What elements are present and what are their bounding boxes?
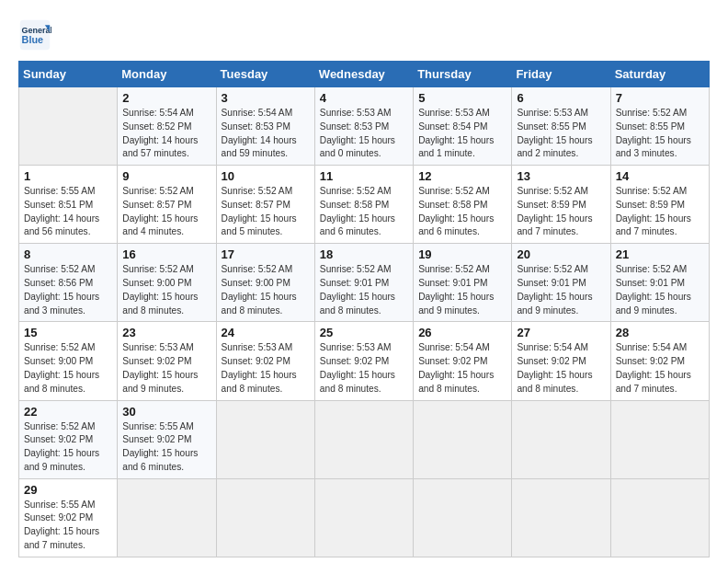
daylight-label: Daylight: 15 hours and 9 minutes. (616, 292, 691, 316)
daylight-label: Daylight: 15 hours and 0 minutes. (320, 135, 395, 159)
sunset-label: Sunset: 8:57 PM (222, 200, 290, 210)
calendar-cell: 11 Sunrise: 5:52 AM Sunset: 8:58 PM Dayl… (314, 166, 413, 244)
day-number: 30 (122, 405, 210, 419)
sunset-label: Sunset: 9:02 PM (517, 356, 586, 366)
day-info: Sunrise: 5:52 AM Sunset: 9:01 PM Dayligh… (517, 263, 605, 317)
sunrise-label: Sunrise: 5:52 AM (517, 264, 588, 274)
header-friday: Friday (512, 62, 610, 87)
header-saturday: Saturday (610, 62, 709, 87)
calendar-cell (512, 400, 610, 478)
day-info: Sunrise: 5:52 AM Sunset: 9:00 PM Dayligh… (222, 263, 310, 317)
day-number: 26 (418, 326, 506, 339)
sunset-label: Sunset: 8:59 PM (616, 200, 685, 210)
sunrise-label: Sunrise: 5:52 AM (222, 264, 293, 274)
daylight-label: Daylight: 15 hours and 9 minutes. (418, 292, 494, 316)
day-number: 2 (122, 91, 210, 105)
daylight-label: Daylight: 14 hours and 59 minutes. (222, 135, 297, 159)
day-number: 13 (517, 169, 605, 183)
day-number: 14 (616, 169, 704, 183)
sunset-label: Sunset: 9:00 PM (222, 278, 290, 288)
calendar-cell: 24 Sunrise: 5:53 AM Sunset: 9:02 PM Dayl… (216, 322, 314, 400)
day-number: 11 (320, 169, 408, 183)
day-number: 19 (418, 247, 506, 261)
day-info: Sunrise: 5:54 AM Sunset: 8:53 PM Dayligh… (222, 107, 310, 161)
day-number: 16 (122, 247, 210, 261)
day-info: Sunrise: 5:52 AM Sunset: 8:58 PM Dayligh… (418, 185, 506, 239)
daylight-label: Daylight: 15 hours and 2 minutes. (517, 135, 592, 159)
calendar-header: Sunday Monday Tuesday Wednesday Thursday… (19, 62, 710, 87)
sunset-label: Sunset: 8:54 PM (418, 121, 487, 132)
daylight-label: Daylight: 15 hours and 1 minute. (418, 135, 494, 159)
day-info: Sunrise: 5:53 AM Sunset: 9:02 PM Dayligh… (122, 341, 210, 396)
day-info: Sunrise: 5:54 AM Sunset: 9:02 PM Dayligh… (517, 341, 605, 396)
sunset-label: Sunset: 8:53 PM (222, 121, 290, 132)
sunrise-label: Sunrise: 5:54 AM (418, 342, 490, 352)
sunrise-label: Sunrise: 5:52 AM (122, 264, 194, 274)
sunset-label: Sunset: 9:02 PM (24, 512, 93, 523)
calendar-cell: 14 Sunrise: 5:52 AM Sunset: 8:59 PM Dayl… (610, 166, 709, 244)
day-number: 8 (24, 247, 112, 261)
day-number: 4 (320, 91, 408, 105)
sunrise-label: Sunrise: 5:52 AM (24, 342, 96, 352)
calendar-cell: 23 Sunrise: 5:53 AM Sunset: 9:02 PM Dayl… (118, 322, 216, 400)
day-info: Sunrise: 5:53 AM Sunset: 9:02 PM Dayligh… (320, 341, 408, 396)
sunset-label: Sunset: 9:02 PM (616, 356, 685, 366)
calendar-cell: 13 Sunrise: 5:52 AM Sunset: 8:59 PM Dayl… (512, 166, 610, 244)
calendar-cell: 15 Sunrise: 5:52 AM Sunset: 9:00 PM Dayl… (19, 322, 118, 400)
calendar-cell (118, 478, 216, 557)
sunset-label: Sunset: 8:51 PM (24, 200, 93, 210)
calendar-cell: 26 Sunrise: 5:54 AM Sunset: 9:02 PM Dayl… (414, 322, 512, 400)
calendar-body: 2 Sunrise: 5:54 AM Sunset: 8:52 PM Dayli… (19, 87, 710, 557)
calendar-cell: 7 Sunrise: 5:52 AM Sunset: 8:55 PM Dayli… (610, 87, 709, 166)
daylight-label: Daylight: 15 hours and 8 minutes. (418, 370, 494, 394)
sunrise-label: Sunrise: 5:53 AM (222, 342, 293, 352)
sunset-label: Sunset: 9:02 PM (122, 356, 191, 366)
day-number: 22 (24, 405, 112, 419)
day-number: 1 (24, 169, 112, 183)
sunrise-label: Sunrise: 5:52 AM (517, 186, 588, 196)
calendar-cell: 19 Sunrise: 5:52 AM Sunset: 9:01 PM Dayl… (414, 244, 512, 322)
calendar-cell (314, 478, 413, 557)
day-number: 3 (222, 91, 310, 105)
sunrise-label: Sunrise: 5:52 AM (418, 264, 490, 274)
calendar-row: 2 Sunrise: 5:54 AM Sunset: 8:52 PM Dayli… (19, 87, 710, 166)
sunrise-label: Sunrise: 5:52 AM (24, 421, 96, 431)
daylight-label: Daylight: 15 hours and 8 minutes. (24, 370, 99, 394)
sunset-label: Sunset: 9:02 PM (222, 356, 290, 366)
daylight-label: Daylight: 15 hours and 8 minutes. (122, 292, 198, 316)
day-number: 7 (616, 91, 704, 105)
page-header: General Blue (18, 18, 710, 52)
sunset-label: Sunset: 9:02 PM (122, 434, 191, 444)
calendar-cell: 10 Sunrise: 5:52 AM Sunset: 8:57 PM Dayl… (216, 166, 314, 244)
calendar-cell: 21 Sunrise: 5:52 AM Sunset: 9:01 PM Dayl… (610, 244, 709, 322)
sunset-label: Sunset: 9:02 PM (24, 434, 93, 444)
day-number: 12 (418, 169, 506, 183)
calendar-cell: 6 Sunrise: 5:53 AM Sunset: 8:55 PM Dayli… (512, 87, 610, 166)
svg-text:Blue: Blue (22, 34, 43, 45)
sunrise-label: Sunrise: 5:53 AM (320, 108, 392, 118)
sunset-label: Sunset: 8:58 PM (418, 200, 487, 210)
sunrise-label: Sunrise: 5:52 AM (24, 264, 96, 274)
day-info: Sunrise: 5:52 AM Sunset: 8:55 PM Dayligh… (616, 107, 704, 161)
day-info: Sunrise: 5:52 AM Sunset: 8:58 PM Dayligh… (320, 185, 408, 239)
sunset-label: Sunset: 8:53 PM (320, 121, 389, 132)
sunrise-label: Sunrise: 5:55 AM (122, 421, 194, 431)
day-info: Sunrise: 5:54 AM Sunset: 9:02 PM Dayligh… (418, 341, 506, 396)
day-info: Sunrise: 5:52 AM Sunset: 8:59 PM Dayligh… (616, 185, 704, 239)
daylight-label: Daylight: 15 hours and 8 minutes. (320, 370, 395, 394)
calendar-cell: 12 Sunrise: 5:52 AM Sunset: 8:58 PM Dayl… (414, 166, 512, 244)
sunrise-label: Sunrise: 5:52 AM (418, 186, 490, 196)
daylight-label: Daylight: 15 hours and 3 minutes. (24, 292, 99, 316)
calendar-cell (610, 400, 709, 478)
day-info: Sunrise: 5:52 AM Sunset: 9:00 PM Dayligh… (122, 263, 210, 317)
day-number: 15 (24, 326, 112, 339)
day-info: Sunrise: 5:52 AM Sunset: 9:00 PM Dayligh… (24, 341, 112, 396)
calendar-cell: 25 Sunrise: 5:53 AM Sunset: 9:02 PM Dayl… (314, 322, 413, 400)
daylight-label: Daylight: 15 hours and 7 minutes. (24, 526, 99, 550)
sunrise-label: Sunrise: 5:53 AM (517, 108, 588, 118)
daylight-label: Daylight: 15 hours and 7 minutes. (616, 213, 691, 237)
daylight-label: Daylight: 15 hours and 6 minutes. (418, 213, 494, 237)
calendar-row: 8 Sunrise: 5:52 AM Sunset: 8:56 PM Dayli… (19, 244, 710, 322)
day-number: 25 (320, 326, 408, 339)
day-number: 20 (517, 247, 605, 261)
